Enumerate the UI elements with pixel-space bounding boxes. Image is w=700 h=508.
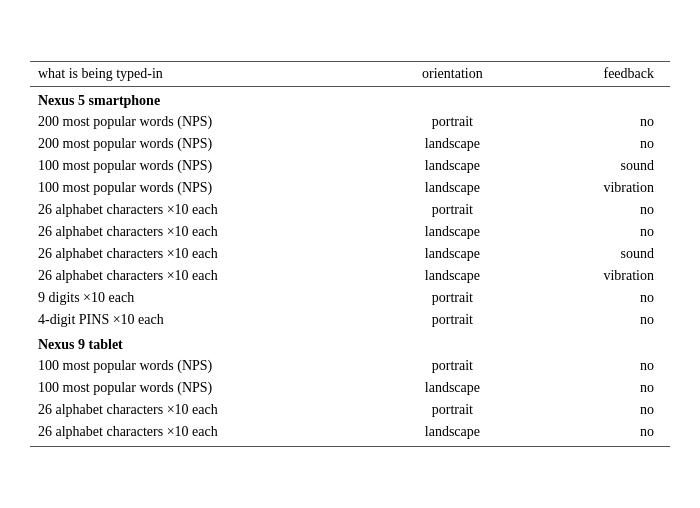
table-row: 26 alphabet characters ×10 eachportraitn…: [30, 399, 670, 421]
cell-what: 4-digit PINS ×10 each: [30, 309, 382, 331]
cell-feedback: vibration: [523, 265, 670, 287]
cell-orientation: portrait: [382, 111, 523, 133]
data-table: what is being typed-in orientation feedb…: [30, 61, 670, 447]
header-orientation: orientation: [382, 62, 523, 87]
section-title: Nexus 9 tablet: [30, 331, 670, 355]
cell-orientation: landscape: [382, 155, 523, 177]
table-row: 26 alphabet characters ×10 eachlandscape…: [30, 243, 670, 265]
cell-what: 100 most popular words (NPS): [30, 377, 382, 399]
cell-feedback: vibration: [523, 177, 670, 199]
cell-what: 26 alphabet characters ×10 each: [30, 199, 382, 221]
cell-feedback: sound: [523, 243, 670, 265]
table-row: 26 alphabet characters ×10 eachlandscape…: [30, 265, 670, 287]
cell-what: 26 alphabet characters ×10 each: [30, 221, 382, 243]
cell-orientation: landscape: [382, 221, 523, 243]
section-header-row: Nexus 5 smartphone: [30, 87, 670, 112]
cell-what: 200 most popular words (NPS): [30, 111, 382, 133]
cell-what: 200 most popular words (NPS): [30, 133, 382, 155]
header-what: what is being typed-in: [30, 62, 382, 87]
cell-what: 100 most popular words (NPS): [30, 355, 382, 377]
cell-orientation: landscape: [382, 133, 523, 155]
table-row: 100 most popular words (NPS)landscapeno: [30, 377, 670, 399]
cell-what: 9 digits ×10 each: [30, 287, 382, 309]
cell-feedback: no: [523, 221, 670, 243]
cell-feedback: no: [523, 399, 670, 421]
cell-orientation: landscape: [382, 421, 523, 447]
cell-what: 26 alphabet characters ×10 each: [30, 421, 382, 447]
cell-what: 100 most popular words (NPS): [30, 155, 382, 177]
header-feedback: feedback: [523, 62, 670, 87]
cell-feedback: no: [523, 287, 670, 309]
cell-what: 100 most popular words (NPS): [30, 177, 382, 199]
cell-feedback: no: [523, 377, 670, 399]
table-row: 200 most popular words (NPS)landscapeno: [30, 133, 670, 155]
section-header-row: Nexus 9 tablet: [30, 331, 670, 355]
table-row: 26 alphabet characters ×10 eachportraitn…: [30, 199, 670, 221]
cell-orientation: portrait: [382, 309, 523, 331]
cell-feedback: no: [523, 133, 670, 155]
table-row: 100 most popular words (NPS)landscapevib…: [30, 177, 670, 199]
cell-orientation: landscape: [382, 377, 523, 399]
cell-orientation: landscape: [382, 177, 523, 199]
cell-feedback: no: [523, 111, 670, 133]
cell-what: 26 alphabet characters ×10 each: [30, 399, 382, 421]
cell-what: 26 alphabet characters ×10 each: [30, 243, 382, 265]
cell-what: 26 alphabet characters ×10 each: [30, 265, 382, 287]
cell-feedback: sound: [523, 155, 670, 177]
table-row: 26 alphabet characters ×10 eachlandscape…: [30, 421, 670, 447]
cell-orientation: landscape: [382, 265, 523, 287]
section-title: Nexus 5 smartphone: [30, 87, 670, 112]
cell-feedback: no: [523, 355, 670, 377]
cell-orientation: portrait: [382, 287, 523, 309]
table-row: 100 most popular words (NPS)portraitno: [30, 355, 670, 377]
table-row: 26 alphabet characters ×10 eachlandscape…: [30, 221, 670, 243]
table-row: 4-digit PINS ×10 eachportraitno: [30, 309, 670, 331]
cell-orientation: portrait: [382, 355, 523, 377]
table-row: 200 most popular words (NPS)portraitno: [30, 111, 670, 133]
cell-feedback: no: [523, 309, 670, 331]
table-row: 100 most popular words (NPS)landscapesou…: [30, 155, 670, 177]
cell-orientation: landscape: [382, 243, 523, 265]
cell-orientation: portrait: [382, 199, 523, 221]
cell-feedback: no: [523, 421, 670, 447]
cell-orientation: portrait: [382, 399, 523, 421]
table-container: what is being typed-in orientation feedb…: [30, 61, 670, 447]
table-row: 9 digits ×10 eachportraitno: [30, 287, 670, 309]
cell-feedback: no: [523, 199, 670, 221]
